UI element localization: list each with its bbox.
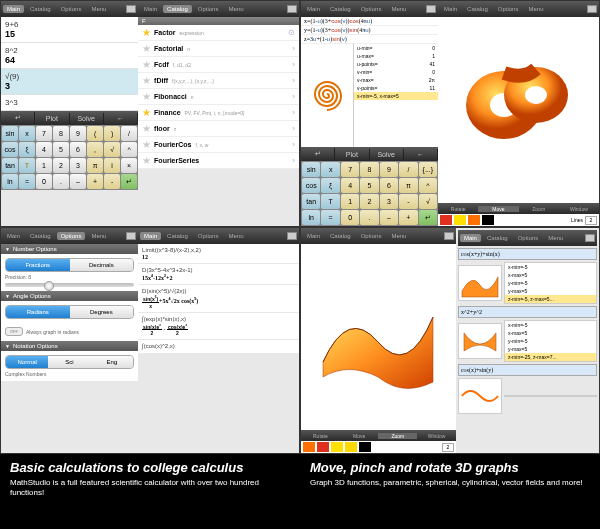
keyboard-icon[interactable] [126,5,136,13]
param-row[interactable]: x-min=-5, x-max=5 [354,92,438,100]
graph-thumbnail[interactable] [458,378,502,414]
key-T[interactable]: T [19,158,35,173]
radians-option[interactable]: Radians [6,306,70,318]
move-mode[interactable]: Move [340,433,379,439]
key-)[interactable]: ) [104,126,120,141]
tab-options[interactable]: Options [194,232,223,240]
tab-options[interactable]: Options [194,5,223,13]
key-tan[interactable]: tan [2,158,18,173]
star-icon[interactable]: ★ [142,91,151,102]
star-icon[interactable]: ★ [142,107,151,118]
param-row[interactable]: v-points=11 [354,84,438,92]
keyboard-icon[interactable] [126,232,136,240]
plot-tab[interactable]: Plot [335,149,369,160]
key-=[interactable]: = [321,210,339,225]
key-3[interactable]: 3 [70,158,86,173]
key-sin[interactable]: sin [302,162,320,177]
star-icon[interactable]: ★ [142,155,151,166]
key-–[interactable]: – [380,210,398,225]
move-mode[interactable]: Move [478,206,518,212]
tab-menu[interactable]: Menu [387,5,410,13]
key-π[interactable]: π [399,178,417,193]
key-↵[interactable]: ↵ [121,174,137,189]
star-icon[interactable]: ★ [142,43,151,54]
key-6[interactable]: 6 [70,142,86,157]
key-/[interactable]: / [399,162,417,177]
param-row[interactable]: u-min=0 [354,44,438,52]
keyboard-icon[interactable] [287,232,297,240]
plot-tab[interactable]: Plot [35,113,69,124]
key-^[interactable]: ^ [419,178,437,193]
catalog-item[interactable]: ★FourierCosf, x, w› [138,137,299,153]
eng-option[interactable]: Eng [91,356,133,368]
lines-value[interactable]: 2 [585,216,597,225]
tab-menu[interactable]: Menu [387,232,410,240]
catalog-item[interactable]: ★Fibonaccin› [138,89,299,105]
solve-tab[interactable]: Solve [70,113,104,124]
angle-options-header[interactable]: Angle Options [1,291,138,301]
tab-main[interactable]: Main [440,5,461,13]
key-cos[interactable]: cos [302,178,320,193]
key-sin[interactable]: sin [2,126,18,141]
param-row[interactable]: y-max=5 [505,287,596,295]
tab-main[interactable]: Main [140,232,161,240]
key-i[interactable]: i [104,158,120,173]
key-5[interactable]: 5 [53,142,69,157]
equation-row[interactable]: z=3u+(1-u)sin(v) [301,35,438,44]
key-2[interactable]: 2 [360,194,378,209]
catalog-item[interactable]: ★FinancePV, FV, Pmt, i, n, [mode=0]› [138,105,299,121]
key-8[interactable]: 8 [53,126,69,141]
calc-row[interactable]: D(sin(x^5)/√(2x))sin(x5)x+5x4√2x cos(x5) [138,285,299,313]
param-row[interactable]: x-max=5 [505,271,596,279]
key-ξ[interactable]: ξ [19,142,35,157]
tab-main[interactable]: Main [303,5,324,13]
keyboard-icon[interactable] [587,5,597,13]
window-mode[interactable]: Window [417,433,456,439]
param-row[interactable]: y-min=-5 [505,337,596,345]
key-^[interactable]: ^ [121,142,137,157]
notation-options-header[interactable]: Notation Options [1,341,138,351]
key-8[interactable]: 8 [360,162,378,177]
precision-slider[interactable] [5,283,134,287]
key-3[interactable]: 3 [380,194,398,209]
color-swatch[interactable] [331,442,343,452]
key-√[interactable]: √ [419,194,437,209]
param-row[interactable]: x-max=5 [505,329,596,337]
key-tan[interactable]: tan [302,194,320,209]
tab-main[interactable]: Main [460,234,481,242]
equation-row[interactable]: y=(1-u)(3+cos(v))sin(4πu) [301,26,438,35]
tab-options[interactable]: Options [357,232,386,240]
tab-main[interactable]: Main [303,232,324,240]
tab-catalog[interactable]: Catalog [26,5,55,13]
calc-row[interactable]: ∫(cos(x)^2,x) [138,340,299,354]
key-1[interactable]: 1 [36,158,52,173]
param-row[interactable]: x-min=-5 [505,263,596,271]
key-9[interactable]: 9 [70,126,86,141]
keyboard-icon[interactable] [444,232,454,240]
key-ξ[interactable]: ξ [321,178,339,193]
color-swatch[interactable] [440,215,452,225]
star-icon[interactable]: ★ [142,139,151,150]
enter-tab[interactable]: ↵ [301,148,335,160]
key-7[interactable]: 7 [36,126,52,141]
tab-menu[interactable]: Menu [224,5,247,13]
tab-menu[interactable]: Menu [224,232,247,240]
tab-main[interactable]: Main [3,232,24,240]
star-icon[interactable]: ★ [142,75,151,86]
param-row[interactable]: u-max=1 [354,52,438,60]
zoom-mode[interactable]: Zoom [519,206,559,212]
tab-options[interactable]: Options [357,5,386,13]
tab-main[interactable]: Main [140,5,161,13]
history-entry[interactable]: 8^264 [1,43,138,69]
calc-row[interactable]: Limit((x^3-8)/(x-2),x,2)12 [138,244,299,264]
key-4[interactable]: 4 [36,142,52,157]
catalog-item[interactable]: ★FourierSeries› [138,153,299,169]
history-entry[interactable]: 3^3 [1,95,138,111]
tab-catalog[interactable]: Catalog [326,232,355,240]
key-5[interactable]: 5 [360,178,378,193]
value-field[interactable]: 2 [442,443,454,452]
star-icon[interactable]: ★ [142,123,151,134]
window-mode[interactable]: Window [559,206,599,212]
key-7[interactable]: 7 [341,162,359,177]
tab-catalog[interactable]: Catalog [163,232,192,240]
